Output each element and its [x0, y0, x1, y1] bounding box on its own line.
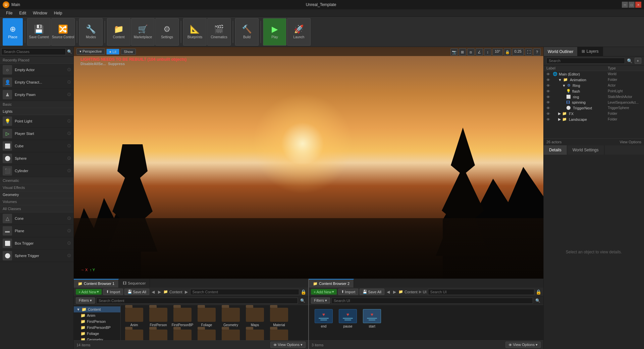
place-item-point-light[interactable]: 💡 Point Light ⓘ — [0, 115, 73, 128]
cb1-breadcrumb-expand[interactable]: ▶ — [184, 290, 189, 294]
eye-icon9[interactable]: 👁 — [546, 117, 550, 121]
place-item-sphere[interactable]: ⚪ Sphere ⓘ — [0, 152, 73, 165]
blueprints-button[interactable]: 📐 Blueprints — [183, 18, 207, 46]
angle-icon[interactable]: ∠ — [476, 48, 483, 56]
folder-levels[interactable]: Levels — [244, 330, 266, 340]
folder-geometry[interactable]: Geometry — [220, 308, 241, 327]
place-item-box-trigger[interactable]: ⬜ Box Trigger ⓘ — [0, 237, 73, 250]
info-icon5[interactable]: ⓘ — [67, 131, 71, 136]
cb2-lock-button[interactable]: 🔒 — [536, 289, 541, 295]
place-item-cone[interactable]: △ Cone ⓘ — [0, 212, 73, 225]
search-classes-input[interactable] — [1, 48, 66, 55]
place-item-empty-actor[interactable]: ○ Empty Actor ⓘ — [0, 64, 73, 76]
maximize-vp-icon[interactable]: ⛶ — [525, 48, 532, 56]
category-basic[interactable]: Basic — [0, 101, 73, 108]
folder-blueprints[interactable]: Blueprints — [268, 330, 290, 340]
content-button[interactable]: 📁 Content — [107, 18, 130, 46]
info-icon9[interactable]: ⓘ — [67, 216, 71, 221]
viewport[interactable]: ▾ Perspective ● Lit Show LIGHTING NEEDS … — [74, 47, 543, 279]
menu-help[interactable]: Help — [51, 11, 66, 15]
eye-icon5[interactable]: 👁 — [546, 95, 550, 99]
folder-maps[interactable]: Maps — [244, 308, 266, 327]
category-recently-placed[interactable]: Recently Placed — [0, 57, 73, 64]
outliner-view-options-button[interactable]: View Options — [620, 140, 641, 144]
outliner-item-animation[interactable]: 👁 ▼ 📁 Animation Folder — [544, 77, 644, 83]
outliner-item-ring-actor[interactable]: 👁 ⬜ ring StaticMeshActor — [544, 94, 644, 100]
tab-details[interactable]: Details — [544, 145, 567, 155]
info-icon12[interactable]: ⓘ — [67, 253, 71, 258]
info-icon10[interactable]: ⓘ — [67, 229, 71, 233]
expand-icon2[interactable]: ▼ — [562, 84, 566, 88]
expand-icon1[interactable]: ▼ — [558, 78, 562, 82]
maximize-button[interactable]: □ — [629, 2, 635, 8]
cb1-search-content-input[interactable] — [96, 298, 298, 304]
cb1-import-button[interactable]: ⬆ Import — [103, 289, 123, 295]
folder-sounds[interactable]: Sounds — [172, 330, 193, 340]
outliner-add-button[interactable]: + — [635, 58, 641, 64]
cb1-add-new-button[interactable]: + Add New ▾ — [76, 289, 102, 295]
options-icon[interactable]: ? — [533, 48, 541, 56]
perspective-dropdown[interactable]: ▾ Perspective — [76, 48, 105, 55]
cb1-view-options-button[interactable]: 👁 View Options ▾ — [270, 342, 306, 348]
marketplace-button[interactable]: 🛒 Marketplace — [131, 18, 155, 46]
cb2-save-all-button[interactable]: 💾 Save All — [360, 289, 384, 295]
tree-node-foliage[interactable]: 📁 Foliage — [74, 331, 120, 337]
cinematics-button[interactable]: 🎬 Cinematics — [207, 18, 231, 46]
cb1-back-button[interactable]: ◀ — [151, 290, 156, 294]
eye-icon8[interactable]: 👁 — [546, 112, 550, 116]
play-button[interactable]: ▶ Play — [263, 18, 286, 46]
folder-meshes[interactable]: Meshes — [123, 330, 145, 340]
info-icon7[interactable]: ⓘ — [67, 156, 71, 161]
cb1-search-input[interactable] — [190, 289, 299, 295]
place-button[interactable]: ⊕ Place — [3, 18, 23, 46]
info-icon3[interactable]: ⓘ — [67, 92, 71, 97]
eye-icon6[interactable]: 👁 — [546, 100, 550, 104]
tab-content-browser-1[interactable]: 📁 Content Browser 1 — [74, 279, 119, 288]
tree-node-geometry[interactable]: 📁 Geometry — [74, 337, 120, 340]
lock-icon[interactable]: 🔒 — [504, 48, 511, 56]
cb1-breadcrumb-content[interactable]: Content — [169, 290, 182, 294]
cb1-filters-button[interactable]: Filters ▾ — [76, 297, 95, 304]
place-item-empty-pawn[interactable]: ♟ Empty Pawn ⓘ — [0, 89, 73, 101]
place-item-cube[interactable]: ⬜ Cube ⓘ — [0, 140, 73, 152]
tab-world-outliner[interactable]: World Outliner — [544, 47, 578, 56]
folder-foliage[interactable]: Foliage — [196, 308, 217, 327]
eye-icon3[interactable]: 👁 — [546, 84, 550, 88]
save-current-button[interactable]: 💾 Save Current — [27, 18, 51, 46]
eye-icon4[interactable]: 👁 — [546, 89, 550, 93]
cb1-forward-button[interactable]: ▶ — [157, 290, 162, 294]
category-volumes[interactable]: Volumes — [0, 198, 73, 205]
minimize-button[interactable]: ─ — [622, 2, 628, 8]
menu-window[interactable]: Window — [30, 11, 51, 15]
tree-node-content[interactable]: ▼ 📁 Content — [74, 306, 120, 312]
folder-startercontent[interactable]: StarterContent — [196, 330, 217, 340]
menu-file[interactable]: File — [3, 11, 16, 15]
cb2-filters-button[interactable]: Filters ▾ — [311, 297, 330, 304]
category-visual-effects[interactable]: Visual Effects — [0, 184, 73, 191]
tab-sequencer[interactable]: 🎞 Sequencer — [119, 279, 150, 288]
cb2-breadcrumb-content[interactable]: Content — [405, 290, 418, 294]
outliner-search-button[interactable]: 🔍 — [627, 58, 633, 63]
show-button[interactable]: Show — [121, 49, 136, 55]
folder-models[interactable]: Models — [148, 330, 169, 340]
cb2-breadcrumb-ui[interactable]: UI — [423, 290, 427, 294]
ui-item-start[interactable]: ♥ start — [361, 309, 383, 328]
cb1-search-button[interactable]: 🔍 — [299, 298, 306, 303]
menu-edit[interactable]: Edit — [16, 11, 30, 15]
lit-button[interactable]: ● Lit — [106, 49, 119, 55]
tab-content-browser-2[interactable]: 📁 Content Browser 2 — [309, 279, 354, 288]
folder-firstperson[interactable]: FirstPerson — [148, 308, 169, 327]
info-icon6[interactable]: ⓘ — [67, 144, 71, 148]
info-icon[interactable]: ⓘ — [67, 67, 71, 72]
info-icon11[interactable]: ⓘ — [67, 241, 71, 246]
outliner-item-spinning[interactable]: 👁 🎞 spinning LevelSequenceAct... — [544, 100, 644, 105]
outliner-item-main-editor[interactable]: 👁 🌐 Main (Editor) World — [544, 71, 644, 77]
tree-node-firstpersonbp[interactable]: 📁 FirstPersonBP — [74, 325, 120, 331]
place-item-cylinder[interactable]: ⬛ Cylinder ⓘ — [0, 165, 73, 177]
outliner-item-ring[interactable]: 👁 ▼ ⚙ Ring Actor — [544, 83, 644, 88]
outliner-item-trigger-next[interactable]: 👁 ⚪ TriggerNext TriggerSphere — [544, 105, 644, 111]
category-geometry[interactable]: Geometry — [0, 191, 73, 198]
tab-layers[interactable]: ⊞ Layers — [578, 47, 603, 56]
cb2-import-button[interactable]: ⬆ Import — [338, 289, 358, 295]
cb2-back-button[interactable]: ◀ — [386, 290, 391, 294]
